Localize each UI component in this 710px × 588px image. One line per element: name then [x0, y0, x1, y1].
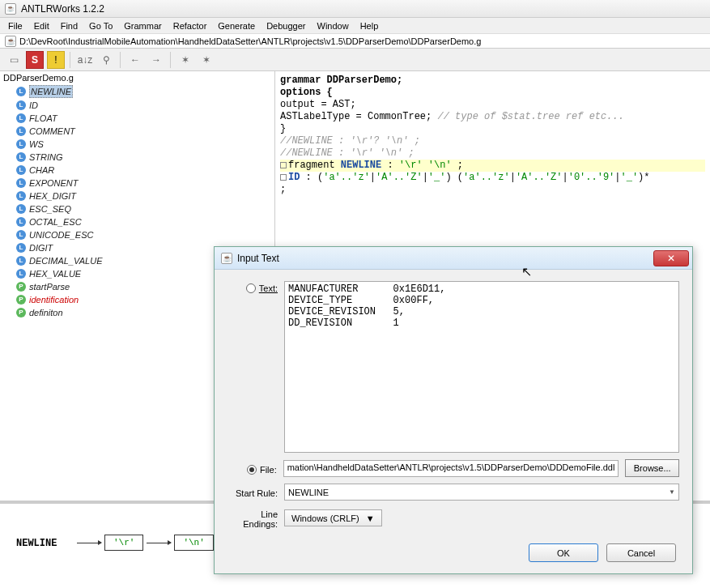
tree-item-label: DECIMAL_VALUE	[29, 255, 102, 266]
dialog-title: Input Text	[237, 253, 648, 264]
toolbar-debug2-button[interactable]: ✶	[198, 51, 215, 69]
file-path-input[interactable]: mation\HandheldDataSetter\ANTLR\projects…	[283, 460, 619, 477]
lexer-rule-icon: L	[16, 87, 26, 96]
diagram-arrow	[77, 543, 101, 543]
toolbar-separator	[120, 52, 121, 68]
ok-button[interactable]: OK	[529, 543, 598, 562]
tree-root-label[interactable]: DDParserDemo.g	[0, 71, 274, 84]
file-radio-label[interactable]: File:	[227, 462, 277, 475]
lexer-rule-icon: L	[16, 230, 26, 240]
cancel-button[interactable]: Cancel	[606, 543, 676, 562]
text-radio[interactable]	[246, 283, 256, 293]
dialog-titlebar[interactable]: ☕ Input Text ✕	[215, 247, 692, 270]
tree-item-label: UNICODE_ESC	[29, 229, 93, 241]
dialog-close-button[interactable]: ✕	[653, 250, 689, 266]
lexer-rule-icon: L	[16, 217, 26, 227]
toolbar-next-button[interactable]: →	[147, 51, 165, 69]
lexer-rule-icon: L	[16, 269, 26, 279]
window-title: ANTLRWorks 1.2.2	[21, 3, 104, 15]
input-text-dialog: ☕ Input Text ✕ Text: MANUFACTURER 0x1E6D…	[214, 246, 693, 574]
lexer-rule-icon: L	[16, 113, 26, 123]
file-radio[interactable]	[247, 465, 257, 475]
toolbar-sort-button[interactable]: a↓z	[76, 51, 94, 69]
tree-item-label: HEX_DIGIT	[29, 190, 76, 202]
lexer-rule-icon: L	[16, 256, 26, 266]
tree-item-label: ID	[29, 100, 38, 111]
menu-help[interactable]: Help	[355, 19, 384, 32]
fold-icon[interactable]	[280, 174, 287, 181]
editor-comment: // type of $stat.tree ref etc...	[437, 111, 623, 122]
tree-item-newline[interactable]: LNEWLINE	[0, 84, 274, 99]
toolbar-debug1-button[interactable]: ✶	[176, 51, 194, 69]
menu-edit[interactable]: Edit	[29, 19, 54, 32]
toolbar-stop-button[interactable]: S	[26, 51, 44, 69]
editor-line: ASTLabelType = CommonTree;	[280, 111, 437, 122]
toolbar-separator	[170, 52, 172, 68]
editor-highlighted-line: fragment NEWLINE : '\r' '\n' ;	[280, 160, 705, 172]
tree-item-hex_digit[interactable]: LHEX_DIGIT	[0, 190, 274, 202]
fold-icon[interactable]	[280, 162, 287, 168]
tree-item-label: NEWLINE	[29, 85, 73, 98]
toolbar-separator	[70, 52, 71, 68]
tree-item-label: definiton	[29, 307, 63, 318]
menu-goto[interactable]: Go To	[84, 19, 117, 32]
editor-comment: //NEWLINE : '\r' '\n' ;	[280, 147, 705, 160]
tree-item-label: CHAR	[29, 164, 54, 176]
toolbar-warn-button[interactable]: !	[47, 51, 65, 69]
lexer-rule-icon: L	[16, 126, 26, 136]
chevron-down-icon: ▼	[366, 513, 375, 523]
tree-item-string[interactable]: LSTRING	[0, 151, 274, 164]
tree-item-unicode_esc[interactable]: LUNICODE_ESC	[0, 228, 274, 241]
parser-rule-icon: P	[16, 282, 26, 292]
editor-line: ;	[280, 184, 705, 196]
toolbar-prev-button[interactable]: ←	[126, 51, 144, 69]
menu-file[interactable]: File	[3, 19, 28, 32]
tree-item-label: DIGIT	[29, 242, 53, 254]
diagram-rule-name: NEWLINE	[16, 538, 57, 549]
browse-button[interactable]: Browse...	[625, 459, 679, 477]
toolbar: ▭ S ! a↓z ⚲ ← → ✶ ✶	[0, 49, 710, 71]
tree-item-label: OCTAL_ESC	[29, 216, 82, 228]
menu-debugger[interactable]: Debugger	[261, 19, 310, 32]
toolbar-btn-1[interactable]: ▭	[5, 51, 23, 69]
line-endings-combo[interactable]: Windows (CRLF) ▼	[284, 509, 382, 526]
menu-window[interactable]: Window	[312, 19, 354, 32]
editor-line: grammar DDParserDemo;	[280, 75, 402, 86]
dialog-body: Text: MANUFACTURER 0x1E6D11, DEVICE_TYPE…	[215, 270, 692, 573]
diagram-arrow	[147, 543, 171, 543]
lexer-rule-icon: L	[16, 178, 26, 188]
lexer-rule-icon: L	[16, 165, 26, 175]
lexer-rule-icon: L	[16, 139, 26, 149]
menu-refactor[interactable]: Refactor	[168, 19, 212, 32]
java-icon: ☕	[5, 3, 16, 15]
editor-line: ID : ('a'..'z'|'A'..'Z'|'_') ('a'..'z'|'…	[280, 172, 705, 184]
tree-item-comment[interactable]: LCOMMENT	[0, 125, 274, 138]
tree-item-label: HEX_VALUE	[29, 268, 81, 279]
tree-item-ws[interactable]: LWS	[0, 138, 274, 151]
start-rule-label: Start Rule:	[227, 486, 278, 498]
toolbar-find-button[interactable]: ⚲	[97, 51, 115, 69]
lexer-rule-icon: L	[16, 152, 26, 162]
file-icon: ☕	[5, 36, 16, 47]
tree-item-esc_seq[interactable]: LESC_SEQ	[0, 202, 274, 215]
tree-item-octal_esc[interactable]: LOCTAL_ESC	[0, 215, 274, 228]
tree-item-exponent[interactable]: LEXPONENT	[0, 177, 274, 190]
lexer-rule-icon: L	[16, 100, 26, 110]
lexer-rule-icon: L	[16, 191, 26, 201]
menu-find[interactable]: Find	[56, 19, 83, 32]
lexer-rule-icon: L	[16, 204, 26, 214]
java-icon: ☕	[221, 253, 232, 264]
diagram-token-box: '\r'	[104, 535, 143, 551]
text-radio-label[interactable]: Text:	[227, 281, 278, 293]
tree-item-float[interactable]: LFLOAT	[0, 112, 274, 125]
pathbar: ☕ D:\DevRoot\IndustrialMobileAutomation\…	[0, 34, 710, 49]
menu-generate[interactable]: Generate	[213, 19, 260, 32]
start-rule-select[interactable]: NEWLINE ▼	[284, 484, 679, 501]
tree-item-label: COMMENT	[29, 126, 75, 137]
menu-grammar[interactable]: Grammar	[119, 19, 166, 32]
chevron-down-icon: ▼	[669, 488, 675, 496]
text-input-area[interactable]: MANUFACTURER 0x1E6D11, DEVICE_TYPE 0x00F…	[284, 281, 679, 453]
tree-item-id[interactable]: LID	[0, 99, 274, 112]
file-path: D:\DevRoot\IndustrialMobileAutomation\Ha…	[19, 36, 481, 46]
tree-item-char[interactable]: LCHAR	[0, 164, 274, 177]
